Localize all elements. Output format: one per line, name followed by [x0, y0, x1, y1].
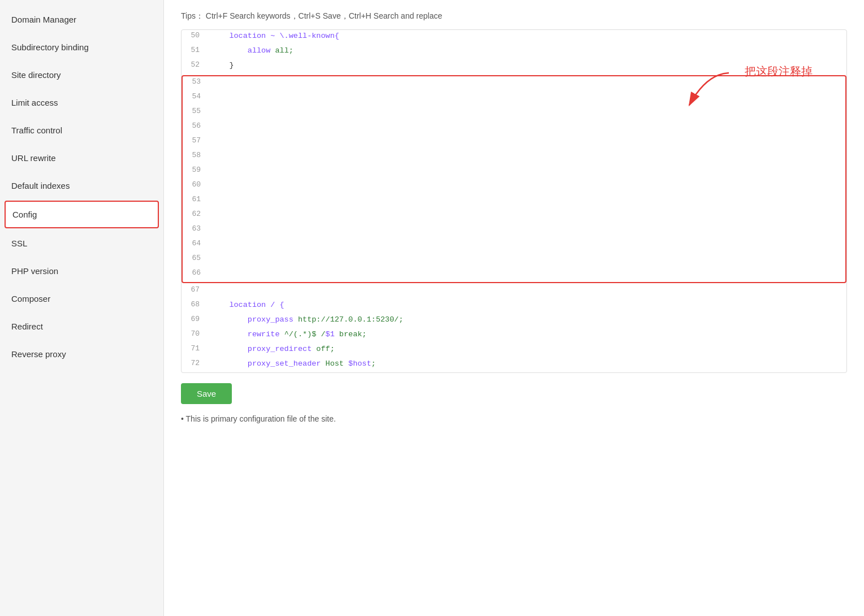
- sidebar-item-php-version[interactable]: PHP version: [0, 257, 163, 285]
- code-line: 64: [183, 238, 845, 253]
- code-line: 68 location / {: [182, 299, 846, 314]
- sidebar-item-reverse-proxy[interactable]: Reverse proxy: [0, 340, 163, 368]
- code-line: 62: [183, 209, 845, 223]
- sidebar-item-domain-manager[interactable]: Domain Manager: [0, 6, 163, 33]
- line-number: 63: [183, 223, 210, 235]
- sidebar-item-limit-access[interactable]: Limit access: [0, 89, 163, 116]
- code-line: 65: [183, 253, 845, 267]
- line-number: 71: [182, 343, 209, 355]
- line-number: 68: [182, 299, 209, 311]
- code-line: 70 rewrite ^/(.*)$ /$1 break;: [182, 328, 846, 343]
- sidebar-item-url-rewrite[interactable]: URL rewrite: [0, 144, 163, 172]
- line-number: 50: [182, 30, 209, 42]
- code-line: 72 proxy_set_header Host $host;: [182, 358, 846, 372]
- code-line: 50 location ~ \.well-known{: [182, 30, 846, 45]
- code-line: 67: [182, 284, 846, 299]
- line-code: }: [209, 59, 846, 72]
- code-line: 56: [183, 120, 845, 135]
- code-line: 53: [183, 76, 845, 91]
- line-number: 65: [183, 253, 210, 264]
- line-number: 55: [183, 106, 210, 118]
- line-code: proxy_set_header Host $host;: [209, 358, 846, 370]
- code-line: 54: [183, 91, 845, 106]
- line-number: 58: [183, 150, 210, 162]
- line-code: location ~ \.well-known{: [209, 30, 846, 42]
- line-number: 54: [183, 91, 210, 103]
- line-number: 69: [182, 314, 209, 326]
- code-line: 52 }: [182, 59, 846, 74]
- highlighted-block: 5354555657585960616263646566: [182, 75, 846, 283]
- line-code: location / {: [209, 299, 846, 311]
- sidebar-item-subdirectory-binding[interactable]: Subdirectory binding: [0, 33, 163, 61]
- footer-note: This is primary configuration file of th…: [181, 414, 847, 423]
- sidebar-item-site-directory[interactable]: Site directory: [0, 61, 163, 89]
- line-code: allow all;: [209, 45, 846, 57]
- line-code: proxy_pass http://127.0.0.1:5230/;: [209, 314, 846, 326]
- sidebar-item-default-indexes[interactable]: Default indexes: [0, 172, 163, 199]
- sidebar-item-config[interactable]: Config: [5, 201, 159, 228]
- sidebar-item-ssl[interactable]: SSL: [0, 229, 163, 257]
- line-number: 60: [183, 179, 210, 191]
- code-line: 58: [183, 150, 845, 164]
- line-code: rewrite ^/(.*)$ /$1 break;: [209, 328, 846, 341]
- code-line: 57: [183, 135, 845, 150]
- code-line: 60: [183, 179, 845, 194]
- code-editor[interactable]: 50 location ~ \.well-known{51 allow all;…: [182, 30, 846, 372]
- sidebar-item-composer[interactable]: Composer: [0, 285, 163, 313]
- line-code: proxy_redirect off;: [209, 343, 846, 355]
- code-line: 63: [183, 223, 845, 238]
- sidebar-item-traffic-control[interactable]: Traffic control: [0, 116, 163, 144]
- line-number: 66: [183, 267, 210, 279]
- line-number: 57: [183, 135, 210, 147]
- tips-bar: Tips： Ctrl+F Search keywords，Ctrl+S Save…: [181, 11, 847, 21]
- code-line: 59: [183, 164, 845, 179]
- line-number: 52: [182, 59, 209, 71]
- code-editor-wrapper: 50 location ~ \.well-known{51 allow all;…: [181, 29, 847, 373]
- line-number: 51: [182, 45, 209, 57]
- line-number: 56: [183, 120, 210, 132]
- line-number: 61: [183, 194, 210, 206]
- line-number: 70: [182, 328, 209, 340]
- sidebar-item-redirect[interactable]: Redirect: [0, 313, 163, 340]
- line-number: 67: [182, 284, 209, 296]
- line-number: 62: [183, 209, 210, 220]
- code-line: 61: [183, 194, 845, 209]
- code-line: 51 allow all;: [182, 45, 846, 59]
- sidebar: Domain ManagerSubdirectory bindingSite d…: [0, 0, 164, 616]
- save-button[interactable]: Save: [181, 383, 232, 404]
- main-content: Tips： Ctrl+F Search keywords，Ctrl+S Save…: [164, 0, 864, 616]
- line-number: 59: [183, 164, 210, 176]
- line-number: 72: [182, 358, 209, 370]
- code-line: 69 proxy_pass http://127.0.0.1:5230/;: [182, 314, 846, 328]
- code-line: 71 proxy_redirect off;: [182, 343, 846, 358]
- code-line: 66: [183, 267, 845, 282]
- code-line: 55: [183, 106, 845, 120]
- line-number: 64: [183, 238, 210, 250]
- line-number: 53: [183, 76, 210, 88]
